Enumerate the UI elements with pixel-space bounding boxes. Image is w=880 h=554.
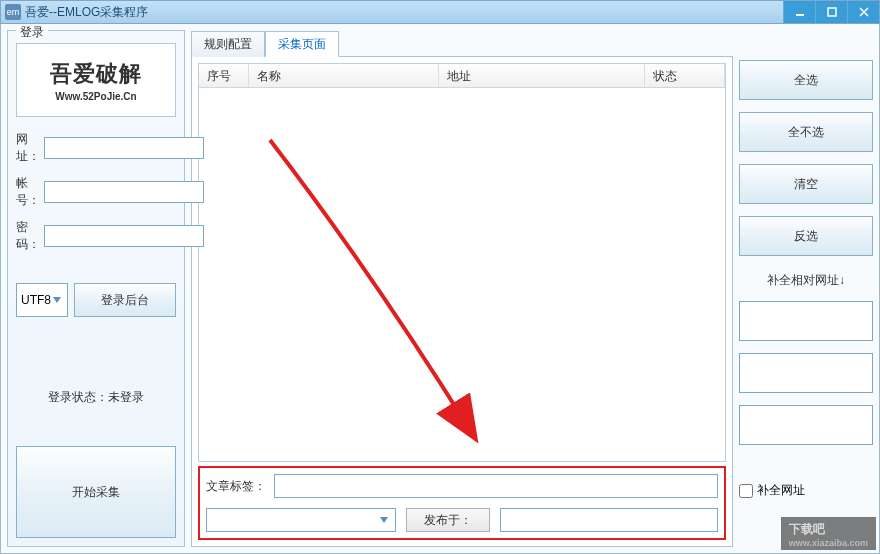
maximize-button[interactable] — [815, 1, 847, 23]
account-label: 帐号： — [16, 175, 40, 209]
tab-rule-config[interactable]: 规则配置 — [191, 31, 265, 57]
login-button[interactable]: 登录后台 — [74, 283, 176, 317]
login-status: 登录状态：未登录 — [16, 381, 176, 414]
close-button[interactable] — [847, 1, 879, 23]
minimize-button[interactable] — [783, 1, 815, 23]
logo-text: 吾爱破解 — [50, 59, 142, 89]
login-panel-title: 登录 — [16, 24, 48, 41]
article-tag-label: 文章标签： — [206, 478, 266, 495]
svg-rect-0 — [796, 14, 804, 16]
tab-collect-page[interactable]: 采集页面 — [265, 31, 339, 57]
col-addr[interactable]: 地址 — [439, 64, 645, 87]
right-panel: 全选 全不选 清空 反选 补全相对网址↓ 补全网址 — [739, 30, 873, 547]
account-input[interactable] — [44, 181, 204, 203]
col-seq[interactable]: 序号 — [199, 64, 249, 87]
invert-button[interactable]: 反选 — [739, 216, 873, 256]
svg-rect-1 — [828, 8, 836, 16]
collection-table: 序号 名称 地址 状态 — [198, 63, 726, 462]
minimize-icon — [795, 7, 805, 17]
password-input[interactable] — [44, 225, 204, 247]
complete-url-input-1[interactable] — [739, 301, 873, 341]
url-input[interactable] — [44, 137, 204, 159]
select-none-button[interactable]: 全不选 — [739, 112, 873, 152]
close-icon — [859, 7, 869, 17]
complete-url-input-3[interactable] — [739, 405, 873, 445]
clear-button[interactable]: 清空 — [739, 164, 873, 204]
complete-url-label: 补全相对网址↓ — [739, 272, 873, 289]
col-name[interactable]: 名称 — [249, 64, 439, 87]
publish-button[interactable]: 发布于： — [406, 508, 490, 532]
publish-input[interactable] — [500, 508, 718, 532]
password-label: 密码： — [16, 219, 40, 253]
titlebar: em 吾爱--EMLOG采集程序 — [0, 0, 880, 24]
window-title: 吾爱--EMLOG采集程序 — [25, 4, 783, 21]
table-body[interactable] — [199, 88, 725, 428]
logo-box: 吾爱破解 Www.52PoJie.Cn — [16, 43, 176, 117]
app-icon: em — [5, 4, 21, 20]
complete-url-check-label: 补全网址 — [757, 482, 805, 499]
category-select[interactable] — [206, 508, 396, 532]
article-tag-input[interactable] — [274, 474, 718, 498]
encoding-select[interactable]: UTF8 — [16, 283, 68, 317]
complete-url-checkbox[interactable] — [739, 484, 753, 498]
bottom-highlight-area: 文章标签： 发布于： — [198, 466, 726, 540]
maximize-icon — [827, 7, 837, 17]
chevron-down-icon — [49, 284, 65, 316]
chevron-down-icon — [375, 509, 393, 531]
url-label: 网址： — [16, 131, 40, 165]
start-collect-button[interactable]: 开始采集 — [16, 446, 176, 538]
login-panel: 登录 吾爱破解 Www.52PoJie.Cn 网址： 帐号： 密码： UTF8 — [7, 30, 185, 547]
col-status[interactable]: 状态 — [645, 64, 725, 87]
logo-url: Www.52PoJie.Cn — [50, 91, 142, 102]
select-all-button[interactable]: 全选 — [739, 60, 873, 100]
complete-url-input-2[interactable] — [739, 353, 873, 393]
encoding-value: UTF8 — [21, 293, 51, 307]
